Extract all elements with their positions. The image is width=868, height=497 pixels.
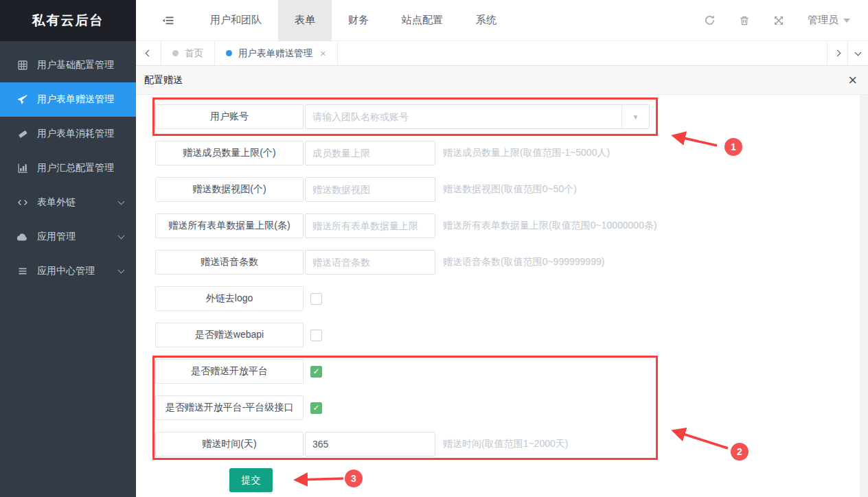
form-row: 外链去logo — [155, 286, 657, 311]
chevron-down-icon — [843, 19, 850, 23]
sidebar-item-form-external-link[interactable]: 表单外链 — [0, 185, 136, 220]
menu-fold-icon[interactable] — [162, 15, 174, 26]
send-icon — [16, 94, 28, 106]
field-hint: 赠送数据视图(取值范围0~50个) — [443, 183, 577, 196]
code-icon — [16, 197, 28, 209]
checkbox-unchecked[interactable] — [310, 293, 322, 305]
field-hint: 赠送时间(取值范围1~2000天) — [443, 438, 568, 450]
tab-user-form-gift[interactable]: 用户表单赠送管理 × — [215, 41, 338, 65]
topnav-item-users-teams[interactable]: 用户和团队 — [194, 0, 278, 41]
field-hint: 赠送语音条数(取值范围0~999999999) — [443, 256, 604, 268]
close-icon[interactable]: × — [320, 47, 326, 59]
top-header: 私有云后台 用户和团队 表单 财务 站点配置 系统 — [0, 0, 868, 41]
checkbox-checked[interactable]: ✓ — [310, 402, 322, 414]
submit-button[interactable]: 提交 — [229, 468, 273, 492]
annotation-badge-1: 1 — [724, 138, 742, 156]
form-row: 是否赠送开放平台✓ — [155, 359, 657, 384]
field-input[interactable] — [305, 250, 435, 275]
tab-dot — [172, 50, 179, 56]
cloud-icon — [16, 231, 28, 243]
sidebar-item-app-center[interactable]: 应用中心管理 — [0, 254, 136, 288]
field-hint: 赠送所有表单数据量上限(取值范围0~10000000条) — [443, 220, 657, 232]
field-label: 是否赠送开放平台 — [155, 359, 304, 384]
field-label: 赠送所有表单数据量上限(条) — [155, 213, 304, 238]
topnav-actions: 管理员 — [704, 14, 868, 27]
submit-row: 提交 — [229, 468, 657, 492]
topnav-item-forms[interactable]: 表单 — [278, 0, 332, 41]
form-row: 赠送时间(天)赠送时间(取值范围1~2000天) — [155, 432, 657, 456]
field-label: 是否赠送webapi — [155, 323, 304, 347]
grid-icon — [16, 60, 28, 71]
checkbox-unchecked[interactable] — [310, 330, 322, 341]
tab-label: 用户表单赠送管理 — [238, 47, 312, 60]
field-input[interactable] — [305, 141, 435, 165]
sidebar-item-label: 应用管理 — [37, 231, 76, 243]
app-body: 用户基础配置管理 用户表单赠送管理 用户表单消耗管理 用户汇总配置管理 — [0, 41, 868, 497]
field-input[interactable] — [305, 213, 435, 238]
field-input[interactable] — [305, 432, 435, 456]
app-root: 私有云后台 用户和团队 表单 财务 站点配置 系统 — [0, 0, 868, 497]
panel-title: 配置赠送 — [144, 74, 183, 86]
sidebar-item-label: 用户表单赠送管理 — [37, 93, 114, 106]
sidebar-item-user-base-config[interactable]: 用户基础配置管理 — [0, 48, 136, 82]
account-input[interactable] — [306, 105, 621, 128]
field-hint: 赠送成员数量上限(取值范围-1~5000人) — [443, 147, 610, 159]
sidebar-item-app-management[interactable]: 应用管理 — [0, 220, 136, 254]
annotation-badge-2: 2 — [731, 443, 749, 461]
topnav-item-finance[interactable]: 财务 — [332, 0, 385, 41]
fullscreen-icon[interactable] — [773, 15, 784, 26]
sidebar-item-label: 应用中心管理 — [37, 265, 95, 277]
eraser-icon — [16, 128, 28, 140]
chevron-down-icon — [118, 198, 125, 205]
form-rows: 用户账号▼赠送成员数量上限(个)赠送成员数量上限(取值范围-1~5000人)赠送… — [155, 104, 657, 456]
refresh-icon[interactable] — [704, 14, 716, 26]
sidebar-item-label: 用户基础配置管理 — [37, 59, 114, 71]
account-select[interactable]: ▼ — [305, 104, 650, 129]
app-logo: 私有云后台 — [0, 0, 136, 41]
bar-chart-icon — [16, 163, 28, 174]
user-menu[interactable]: 管理员 — [808, 14, 850, 27]
form-row: 是否赠送webapi — [155, 323, 657, 347]
tabs-scroll-left-button[interactable] — [136, 41, 161, 65]
form-row: 是否赠送开放平台-平台级接口✓ — [155, 395, 657, 420]
menu-icon — [16, 266, 28, 277]
top-navbar: 用户和团队 表单 财务 站点配置 系统 管理员 — [136, 0, 868, 41]
topnav-item-site-config[interactable]: 站点配置 — [385, 0, 459, 41]
field-label: 赠送语音条数 — [155, 250, 304, 275]
main-area: 首页 用户表单赠送管理 × 配置赠送 × 用户账号▼赠送成员数量上限(个 — [136, 41, 868, 497]
tab-strip: 首页 用户表单赠送管理 × — [136, 41, 868, 66]
tab-dot — [226, 50, 232, 56]
panel-header: 配置赠送 × — [136, 66, 868, 95]
form-row: 用户账号▼ — [155, 104, 657, 129]
trash-icon[interactable] — [739, 15, 750, 26]
topnav-item-system[interactable]: 系统 — [459, 0, 513, 41]
sidebar-item-form-consume[interactable]: 用户表单消耗管理 — [0, 117, 136, 151]
field-label: 赠送成员数量上限(个) — [155, 141, 304, 165]
tab-label: 首页 — [185, 47, 203, 60]
checkbox-checked[interactable]: ✓ — [310, 366, 322, 378]
tabs-scroll-right-button[interactable] — [827, 41, 847, 65]
tabs-menu-button[interactable] — [847, 41, 868, 65]
chevron-down-icon — [118, 233, 125, 240]
sidebar-item-label: 用户表单消耗管理 — [37, 128, 114, 140]
sidebar: 用户基础配置管理 用户表单赠送管理 用户表单消耗管理 用户汇总配置管理 — [0, 41, 136, 497]
content-panel: 配置赠送 × 用户账号▼赠送成员数量上限(个)赠送成员数量上限(取值范围-1~5… — [136, 66, 868, 497]
sidebar-item-form-gift[interactable]: 用户表单赠送管理 — [0, 82, 136, 117]
field-label: 赠送数据视图(个) — [155, 177, 304, 202]
field-label: 是否赠送开放平台-平台级接口 — [155, 395, 304, 420]
sidebar-item-user-summary-config[interactable]: 用户汇总配置管理 — [0, 151, 136, 185]
field-label: 赠送时间(天) — [155, 432, 304, 456]
sidebar-item-label: 表单外链 — [37, 196, 76, 209]
field-label: 外链去logo — [155, 286, 304, 311]
sidebar-item-label: 用户汇总配置管理 — [37, 162, 114, 174]
field-input[interactable] — [305, 177, 435, 202]
tab-home[interactable]: 首页 — [161, 41, 215, 65]
chevron-down-icon[interactable]: ▼ — [621, 105, 649, 128]
chevron-down-icon — [118, 267, 125, 274]
form-row: 赠送所有表单数据量上限(条)赠送所有表单数据量上限(取值范围0~10000000… — [155, 213, 657, 238]
form-row: 赠送语音条数赠送语音条数(取值范围0~999999999) — [155, 250, 657, 275]
topnav-items: 用户和团队 表单 财务 站点配置 系统 — [194, 0, 513, 41]
scrollbar-track[interactable] — [860, 95, 868, 497]
form-row: 赠送成员数量上限(个)赠送成员数量上限(取值范围-1~5000人) — [155, 141, 657, 165]
close-icon[interactable]: × — [848, 73, 857, 88]
